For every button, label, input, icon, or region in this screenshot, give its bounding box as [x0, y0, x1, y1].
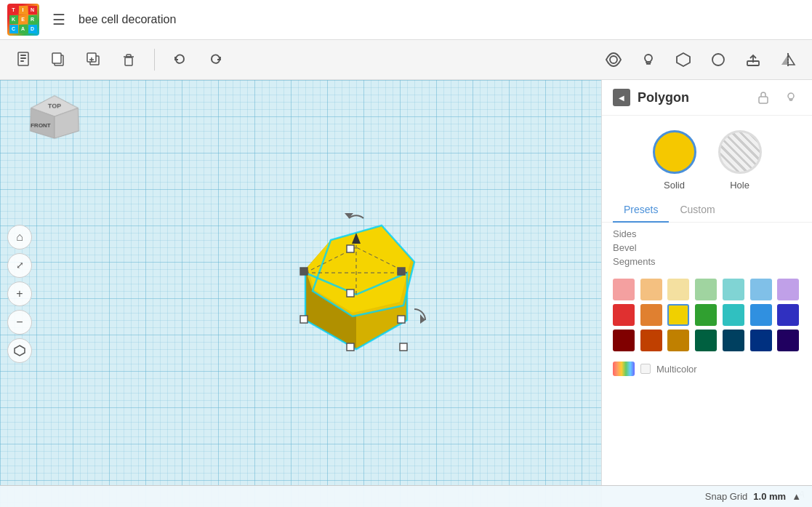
properties-panel: ◀ Polygon Solid Hole Presets Custom	[601, 80, 812, 507]
color-swatch[interactable]	[640, 279, 662, 300]
color-swatch[interactable]	[640, 330, 662, 351]
solid-label: Solid	[664, 180, 685, 191]
color-swatch[interactable]	[667, 279, 689, 300]
color-swatch[interactable]	[695, 279, 717, 300]
page-title: bee cell decoration	[79, 13, 176, 26]
viewport-controls: ⌂ ⤢ + −	[7, 225, 32, 363]
snap-grid-icon[interactable]: ▲	[792, 491, 801, 502]
color-swatch[interactable]	[667, 330, 689, 351]
color-swatch[interactable]	[613, 304, 635, 326]
svg-rect-41	[300, 316, 307, 323]
3d-shape[interactable]	[254, 153, 458, 388]
snap-grid-footer: Snap Grid 1.0 mm ▲	[0, 485, 812, 507]
home-button[interactable]: ⌂	[7, 225, 32, 249]
compass-cube[interactable]: TOP FRONT	[22, 91, 80, 149]
duplicate-button[interactable]	[81, 47, 107, 73]
export-button[interactable]	[740, 47, 766, 73]
tab-presets[interactable]: Presets	[613, 198, 669, 223]
hole-option[interactable]: Hole	[718, 130, 762, 191]
multicolor-icon	[613, 362, 635, 376]
svg-rect-39	[347, 245, 354, 252]
svg-rect-45	[347, 343, 354, 351]
svg-rect-42	[398, 316, 405, 323]
zoom-out-button[interactable]: −	[7, 310, 32, 335]
color-swatch[interactable]	[750, 279, 772, 300]
circle-button[interactable]	[705, 47, 731, 73]
svg-point-50	[788, 93, 794, 99]
tab-custom[interactable]: Custom	[669, 198, 725, 223]
segments-label: Segments	[613, 256, 656, 267]
snap-grid-value: 1.0 mm	[753, 491, 786, 502]
color-swatch[interactable]	[613, 279, 635, 300]
color-swatch[interactable]	[695, 330, 717, 351]
svg-rect-12	[126, 55, 131, 57]
panel-title: Polygon	[638, 90, 746, 105]
solid-option[interactable]: Solid	[653, 130, 696, 191]
color-swatch[interactable]	[777, 304, 799, 326]
app-logo[interactable]: T I N K E R C A D	[7, 4, 39, 36]
menu-icon[interactable]: ☰	[52, 11, 65, 28]
color-swatch[interactable]	[695, 304, 717, 326]
svg-marker-26	[15, 346, 25, 356]
bevel-label: Bevel	[613, 242, 637, 253]
panel-collapse-button[interactable]: ◀	[613, 89, 630, 106]
redo-button[interactable]	[202, 47, 228, 73]
svg-marker-22	[788, 55, 795, 65]
zoom-in-button[interactable]: +	[7, 282, 32, 306]
shape-button[interactable]	[670, 47, 696, 73]
sides-label: Sides	[613, 228, 637, 239]
color-swatch-selected[interactable]	[667, 304, 689, 326]
svg-rect-46	[400, 343, 407, 351]
svg-rect-43	[300, 268, 307, 275]
new-document-button[interactable]	[11, 47, 37, 73]
color-swatch[interactable]	[750, 304, 772, 326]
color-swatch[interactable]	[640, 304, 662, 326]
hole-label: Hole	[730, 180, 749, 191]
color-swatch[interactable]	[723, 279, 744, 300]
color-swatch[interactable]	[613, 330, 635, 351]
svg-marker-21	[781, 55, 788, 65]
color-swatch[interactable]	[777, 330, 799, 351]
svg-rect-3	[20, 60, 24, 62]
light-button[interactable]	[635, 47, 662, 73]
svg-rect-1	[20, 55, 26, 56]
svg-rect-5	[52, 53, 61, 63]
svg-rect-49	[759, 97, 768, 103]
undo-button[interactable]	[167, 47, 193, 73]
panel-lock-button[interactable]	[753, 87, 773, 108]
svg-marker-16	[677, 53, 690, 66]
copy-button[interactable]	[46, 47, 72, 73]
compass-top-label: TOP	[48, 103, 61, 110]
svg-point-14	[645, 55, 652, 62]
color-swatch[interactable]	[777, 279, 799, 300]
color-swatch[interactable]	[723, 304, 744, 326]
view-mode-button[interactable]	[600, 47, 627, 73]
delete-button[interactable]	[116, 47, 142, 73]
svg-rect-40	[347, 290, 354, 297]
svg-point-17	[712, 54, 724, 65]
color-swatch[interactable]	[750, 330, 772, 351]
multicolor-checkbox[interactable]	[640, 364, 651, 374]
svg-point-13	[610, 56, 617, 63]
color-swatch[interactable]	[723, 330, 744, 351]
svg-rect-2	[20, 57, 26, 59]
svg-rect-10	[125, 57, 132, 65]
perspective-button[interactable]	[7, 338, 32, 363]
fit-button[interactable]: ⤢	[7, 253, 32, 278]
mirror-button[interactable]	[775, 47, 801, 73]
panel-light-button[interactable]	[781, 87, 801, 108]
compass-front-label: FRONT	[31, 122, 51, 129]
multicolor-label: Multicolor	[656, 364, 697, 375]
svg-rect-44	[398, 268, 405, 275]
snap-grid-label: Snap Grid	[705, 491, 748, 502]
